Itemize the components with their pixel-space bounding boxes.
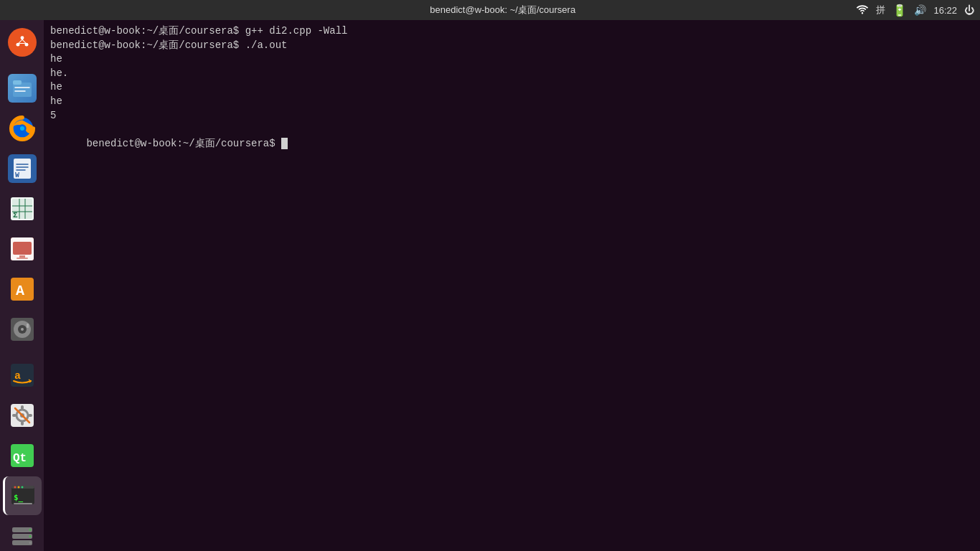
terminal-prompt-text: benedict@w-book:~/桌面/coursera$: [86, 138, 281, 149]
system-tray: 拼 🔋 🔊 16:22 ⏻: [856, 4, 974, 17]
sidebar-item-libreoffice-writer[interactable]: W: [3, 149, 42, 188]
sidebar-item-libreoffice-impress[interactable]: [3, 230, 42, 268]
svg-point-56: [29, 542, 31, 544]
svg-rect-37: [21, 405, 24, 410]
terminal-line-5: he: [50, 95, 974, 109]
svg-point-48: [22, 486, 24, 489]
terminal-prompt-line[interactable]: benedict@w-book:~/桌面/coursera$: [50, 123, 974, 165]
terminal-line-1: benedict@w-book:~/桌面/coursera$ ./a.out: [50, 39, 974, 53]
titlebar: benedict@w-book: ~/桌面/coursera 拼 🔋 🔊 16:…: [0, 0, 980, 20]
sidebar-item-terminal[interactable]: $_: [3, 476, 42, 515]
svg-text:W: W: [15, 171, 19, 179]
svg-point-30: [21, 328, 24, 331]
svg-point-54: [29, 529, 31, 531]
battery-icon: 🔋: [892, 4, 907, 17]
sidebar-item-software-center[interactable]: A: [3, 270, 42, 309]
terminal-line-0: benedict@w-book:~/桌面/coursera$ g++ di2.c…: [50, 24, 974, 39]
svg-rect-38: [21, 421, 24, 425]
svg-rect-31: [27, 324, 29, 328]
svg-rect-24: [17, 258, 28, 259]
svg-point-0: [13, 33, 31, 51]
wifi-icon[interactable]: [856, 4, 869, 17]
terminal-line-2: he: [50, 52, 974, 67]
svg-rect-23: [19, 255, 25, 258]
sidebar-item-firefox[interactable]: [3, 109, 42, 148]
sidebar-item-amazon[interactable]: a: [3, 356, 42, 395]
svg-text:$_: $_: [14, 493, 24, 502]
svg-text:a: a: [14, 370, 21, 382]
volume-icon[interactable]: 🔊: [914, 4, 926, 16]
clock: 16:22: [933, 5, 957, 16]
terminal-line-6: 5: [50, 109, 974, 123]
svg-text:A: A: [16, 283, 24, 299]
window-title: benedict@w-book: ~/桌面/coursera: [149, 4, 856, 17]
svg-rect-39: [12, 414, 17, 417]
sidebar-item-libreoffice-calc[interactable]: Σ: [3, 189, 42, 228]
sidebar-item-disk-util[interactable]: [3, 310, 42, 349]
svg-point-55: [29, 535, 31, 537]
svg-point-47: [18, 486, 20, 489]
terminal-line-4: he: [50, 80, 974, 95]
svg-point-46: [14, 486, 17, 489]
svg-rect-5: [13, 80, 22, 85]
terminal-cursor: [281, 138, 288, 149]
sidebar-item-system-tools[interactable]: [3, 396, 42, 435]
svg-point-8: [19, 126, 24, 131]
main-layout: W Σ: [0, 20, 980, 551]
svg-text:Qt: Qt: [13, 452, 27, 465]
svg-text:Σ: Σ: [13, 211, 18, 220]
svg-rect-50: [14, 503, 32, 504]
sidebar-item-files[interactable]: [3, 69, 42, 108]
svg-rect-40: [28, 414, 32, 417]
sidebar-item-ubuntu-home[interactable]: [3, 23, 42, 62]
terminal-area[interactable]: benedict@w-book:~/桌面/coursera$ g++ di2.c…: [44, 20, 980, 551]
power-icon[interactable]: ⏻: [964, 4, 974, 16]
terminal-line-3: he.: [50, 67, 974, 81]
sidebar-item-qt-creator[interactable]: Qt: [3, 436, 42, 475]
svg-rect-22: [13, 242, 32, 255]
input-method-indicator[interactable]: 拼: [876, 4, 885, 17]
unity-launcher: W Σ: [0, 20, 44, 551]
sidebar-item-drives[interactable]: [3, 517, 42, 551]
